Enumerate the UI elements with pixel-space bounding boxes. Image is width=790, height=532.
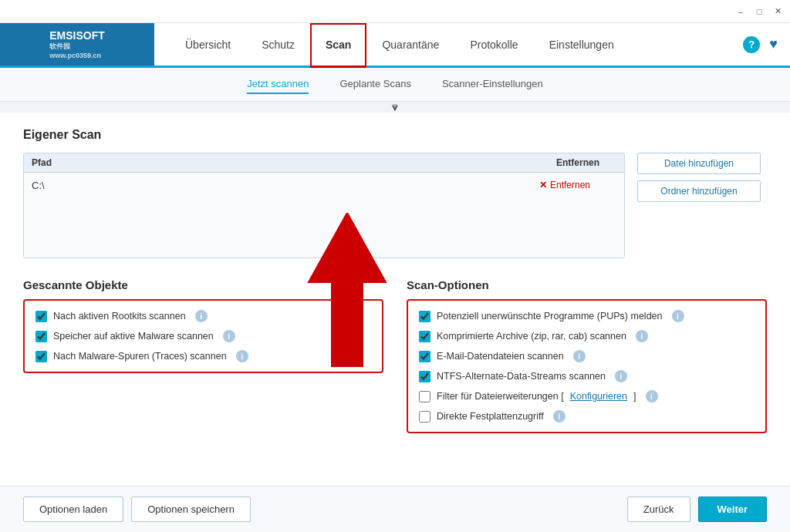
remove-label: Entfernen [550,180,590,190]
add-folder-button[interactable]: Ordner hinzufügen [637,180,761,202]
logo-sub2: www.pc0359.cn [49,52,105,59]
remove-button[interactable]: ✕ Entfernen [539,180,616,190]
remove-x-icon: ✕ [539,180,547,190]
nav-right: ? ♥ [743,23,790,66]
checkbox-pups-input[interactable] [419,311,430,322]
logo-text: EMSISOFT [49,29,105,42]
path-table-row: C:\ ✕ Entfernen [24,173,624,197]
nav-item-ubersicht[interactable]: Übersicht [170,23,246,68]
optionen-laden-button[interactable]: Optionen laden [23,497,123,522]
path-table-body: C:\ ✕ Entfernen [24,173,624,258]
scanned-objects-title: Gescannte Objekte [23,278,383,291]
info-pups-icon[interactable]: i [672,310,684,322]
checkbox-disk: Direkte Festplattenzugriff i [419,410,755,423]
scanned-objects-group: Nach aktiven Rootkits scannen i Speicher… [23,299,383,373]
info-rootkits-icon[interactable]: i [195,310,208,322]
checkbox-filter-input[interactable] [419,391,430,402]
sub-nav-arrow: ▼ [0,102,790,113]
checkbox-email: E-Mail-Datendateien scannen i [419,350,755,362]
info-traces-icon[interactable]: i [236,350,248,362]
scan-options-group: Potenziell unerwünschte Programme (PUPs)… [407,299,767,433]
app-logo: EMSISOFT 软件园 www.pc0359.cn [0,23,154,66]
checkbox-traces-input[interactable] [35,351,47,362]
checkbox-filter-label-end: ] [633,391,636,402]
optionen-speichern-button[interactable]: Optionen speichern [131,497,251,522]
konfigurieren-link[interactable]: Konfigurieren [570,391,627,402]
remove-cell: ✕ Entfernen [539,180,616,190]
checkbox-traces-label: Nach Malware-Spuren (Traces) scannen [53,351,227,362]
checkbox-pups-label: Potenziell unerwünschte Programme (PUPs)… [437,311,663,322]
weiter-button[interactable]: Weiter [698,497,768,522]
main-content: Eigener Scan Pfad Entfernen C:\ ✕ Entfer… [0,113,790,486]
checkbox-disk-label: Direkte Festplattenzugriff [437,411,544,422]
content-wrapper: Eigener Scan Pfad Entfernen C:\ ✕ Entfer… [0,113,790,486]
info-email-icon[interactable]: i [573,350,586,362]
zurueck-button[interactable]: Zurück [627,497,690,522]
checkbox-memory: Speicher auf aktive Malware scannen i [35,330,371,342]
checkbox-rootkits-label: Nach aktiven Rootkits scannen [53,311,186,322]
checkbox-archives-label: Komprimierte Archive (zip, rar, cab) sca… [437,331,626,342]
two-col-section: Gescannte Objekte Nach aktiven Rootkits … [23,278,767,433]
add-file-button[interactable]: Datei hinzufügen [637,153,761,174]
scanned-objects-section: Gescannte Objekte Nach aktiven Rootkits … [23,278,383,433]
checkbox-pups: Potenziell unerwünschte Programme (PUPs)… [419,310,755,322]
nav-bar: EMSISOFT 软件园 www.pc0359.cn Übersicht Sch… [0,23,790,68]
sub-nav-scanner-einstellungen[interactable]: Scanner-Einstellungen [442,75,543,94]
scan-options-section: Scan-Optionen Potenziell unerwünschte Pr… [407,278,767,433]
checkbox-memory-label: Speicher auf aktive Malware scannen [53,331,214,342]
checkbox-ntfs-input[interactable] [419,371,430,382]
help-button[interactable]: ? [743,36,760,53]
info-ntfs-icon[interactable]: i [615,370,627,382]
heart-icon[interactable]: ♥ [769,36,778,52]
path-table-header: Pfad Entfernen [24,153,624,173]
bottom-left-buttons: Optionen laden Optionen speichern [23,497,251,522]
minimize-button[interactable]: – [734,5,747,18]
checkbox-ntfs: NTFS-Alternate-Data-Streams scannen i [419,370,755,382]
bottom-bar: Optionen laden Optionen speichern Zurück… [0,486,790,532]
window-controls: – □ ✕ [734,5,784,18]
checkbox-email-input[interactable] [419,351,430,362]
entfernen-col-header: Entfernen [539,157,616,168]
sub-nav-geplante-scans[interactable]: Geplante Scans [339,75,411,94]
checkbox-archives-input[interactable] [419,331,430,342]
checkbox-archives: Komprimierte Archive (zip, rar, cab) sca… [419,330,755,342]
section-title: Eigener Scan [23,128,767,142]
nav-item-protokolle[interactable]: Protokolle [454,23,533,68]
title-bar: – □ ✕ [0,0,790,23]
checkbox-email-label: E-Mail-Datendateien scannen [437,351,564,362]
sub-nav: Jetzt scannen Geplante Scans Scanner-Ein… [0,68,790,102]
path-value: C:\ [32,180,539,191]
checkbox-disk-input[interactable] [419,411,430,423]
checkbox-memory-input[interactable] [35,331,47,342]
nav-item-einstellungen[interactable]: Einstellungen [534,23,630,68]
sub-nav-jetzt-scannen[interactable]: Jetzt scannen [247,75,309,94]
nav-item-schutz[interactable]: Schutz [246,23,310,68]
nav-item-scan[interactable]: Scan [310,23,366,68]
checkbox-rootkits-input[interactable] [35,311,47,322]
bottom-right-buttons: Zurück Weiter [627,497,767,522]
maximize-button[interactable]: □ [753,5,765,18]
path-col-header: Pfad [32,157,539,168]
info-archives-icon[interactable]: i [636,330,648,342]
path-table: Pfad Entfernen C:\ ✕ Entfernen [23,153,625,258]
checkbox-filter-label: Filter für Dateierweiterungen [ [437,391,564,402]
close-button[interactable]: ✕ [771,5,784,18]
nav-item-quarantane[interactable]: Quarantäne [366,23,454,68]
checkbox-ntfs-label: NTFS-Alternate-Data-Streams scannen [437,371,606,382]
info-disk-icon[interactable]: i [553,410,565,423]
nav-items: Übersicht Schutz Scan Quarantäne Protoko… [154,23,743,66]
checkbox-rootkits: Nach aktiven Rootkits scannen i [35,310,371,322]
scan-options-title: Scan-Optionen [407,278,767,291]
checkbox-filter: Filter für Dateierweiterungen [ Konfigur… [419,390,755,402]
checkbox-traces: Nach Malware-Spuren (Traces) scannen i [35,350,371,362]
info-memory-icon[interactable]: i [223,330,235,342]
info-filter-icon[interactable]: i [646,390,658,402]
logo-sub1: 软件园 [49,42,105,52]
